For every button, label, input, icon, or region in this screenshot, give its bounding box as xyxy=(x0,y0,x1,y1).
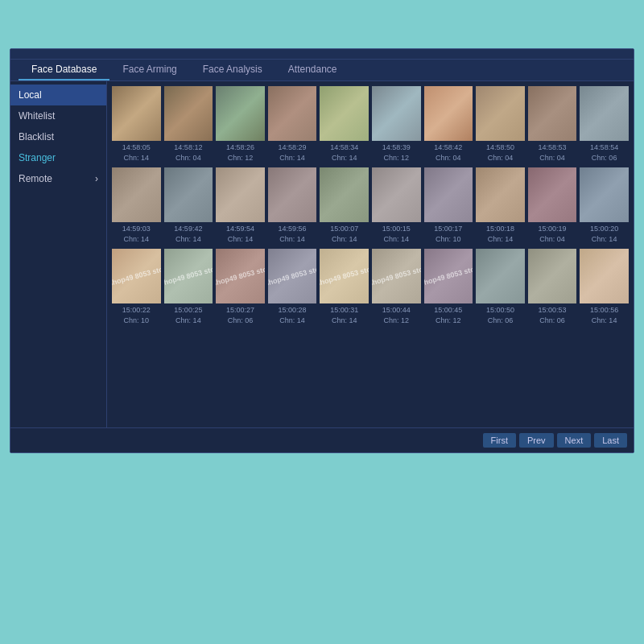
list-item[interactable]: 14:58:39Chn: 12 xyxy=(372,86,421,163)
face-thumbnail xyxy=(268,167,317,222)
grid-row: ©shop49 8053 store15:00:22Chn: 10©shop49… xyxy=(112,249,629,325)
face-thumbnail xyxy=(476,167,525,222)
cell-timestamp: 15:00:07Chn: 14 xyxy=(330,224,358,244)
cell-timestamp: 15:00:50Chn: 06 xyxy=(486,305,514,325)
cell-timestamp: 15:00:18Chn: 14 xyxy=(486,224,514,244)
page-wrapper: Face Database Face Arming Face Analysis … xyxy=(0,0,644,453)
list-item[interactable]: 14:59:03Chn: 14 xyxy=(112,167,161,244)
cell-timestamp: 14:59:56Chn: 14 xyxy=(279,224,307,244)
list-item[interactable]: 15:00:19Chn: 04 xyxy=(528,167,577,244)
list-item[interactable]: 15:00:50Chn: 06 xyxy=(476,249,525,325)
list-item[interactable]: ©shop49 8053 store15:00:22Chn: 10 xyxy=(112,249,161,325)
face-thumbnail: ©shop49 8053 store xyxy=(424,249,473,303)
watermark-text: ©shop49 8053 store xyxy=(112,264,161,290)
cell-timestamp: 15:00:45Chn: 12 xyxy=(434,305,462,325)
header-area xyxy=(0,0,644,34)
cell-timestamp: 14:58:26Chn: 12 xyxy=(226,142,254,163)
cell-timestamp: 14:58:42Chn: 04 xyxy=(434,142,462,163)
list-item[interactable]: 14:58:26Chn: 12 xyxy=(216,86,265,163)
list-item[interactable]: ©shop49 8053 store15:00:27Chn: 06 xyxy=(216,249,265,325)
list-item[interactable]: 14:59:56Chn: 14 xyxy=(268,167,317,244)
list-item[interactable]: 15:00:18Chn: 14 xyxy=(476,167,525,244)
cell-timestamp: 15:00:56Chn: 14 xyxy=(590,305,618,325)
cell-timestamp: 15:00:15Chn: 14 xyxy=(382,224,411,244)
list-item[interactable]: 15:00:20Chn: 14 xyxy=(580,167,629,244)
cell-timestamp: 15:00:22Chn: 10 xyxy=(122,305,151,325)
cell-timestamp: 14:58:53Chn: 04 xyxy=(539,142,567,163)
cell-timestamp: 14:58:29Chn: 14 xyxy=(279,142,307,163)
cell-timestamp: 15:00:19Chn: 04 xyxy=(539,224,567,244)
face-thumbnail xyxy=(424,86,473,141)
image-grid: 14:58:05Chn: 1414:58:12Chn: 0414:58:26Ch… xyxy=(107,81,634,427)
face-thumbnail: ©shop49 8053 store xyxy=(164,249,213,303)
prev-button[interactable]: Prev xyxy=(519,433,554,448)
tab-attendance[interactable]: Attendance xyxy=(275,60,350,80)
face-thumbnail: ©shop49 8053 store xyxy=(372,249,421,303)
face-thumbnail xyxy=(580,249,629,303)
face-thumbnail: ©shop49 8053 store xyxy=(112,249,161,303)
cell-timestamp: 15:00:28Chn: 14 xyxy=(279,305,307,325)
list-item[interactable]: ©shop49 8053 store15:00:44Chn: 12 xyxy=(372,249,421,325)
sidebar-item-local[interactable]: Local xyxy=(10,85,106,105)
list-item[interactable]: 14:59:42Chn: 14 xyxy=(164,167,213,244)
tab-face-arming[interactable]: Face Arming xyxy=(109,60,189,80)
watermark-text: ©shop49 8053 store xyxy=(164,264,213,290)
sidebar-item-blacklist[interactable]: Blacklist xyxy=(10,126,106,147)
face-thumbnail xyxy=(476,86,525,141)
list-item[interactable]: 15:00:56Chn: 14 xyxy=(580,249,629,325)
list-item[interactable]: 14:58:42Chn: 04 xyxy=(424,86,473,163)
grid-row: 14:59:03Chn: 1414:59:42Chn: 1414:59:54Ch… xyxy=(112,167,629,244)
list-item[interactable]: 15:00:07Chn: 14 xyxy=(320,167,369,244)
cell-timestamp: 15:00:25Chn: 14 xyxy=(174,305,202,325)
cell-timestamp: 14:58:50Chn: 04 xyxy=(486,142,514,163)
tab-face-database[interactable]: Face Database xyxy=(19,60,109,80)
next-button[interactable]: Next xyxy=(557,433,592,448)
panel-header xyxy=(10,49,634,60)
pagination-bar: First Prev Next Last xyxy=(10,427,634,452)
first-button[interactable]: First xyxy=(483,433,516,448)
tab-bar: Face Database Face Arming Face Analysis … xyxy=(10,60,634,81)
face-thumbnail xyxy=(424,167,473,222)
chevron-right-icon: › xyxy=(95,173,98,184)
cell-timestamp: 14:58:34Chn: 14 xyxy=(330,142,358,163)
list-item[interactable]: 14:58:53Chn: 04 xyxy=(528,86,577,163)
face-thumbnail xyxy=(164,167,213,222)
cell-timestamp: 15:00:20Chn: 14 xyxy=(590,224,618,244)
face-thumbnail xyxy=(164,86,213,141)
sidebar-item-remote[interactable]: Remote › xyxy=(10,168,106,189)
cell-timestamp: 14:59:54Chn: 14 xyxy=(226,224,254,244)
cell-timestamp: 14:58:39Chn: 12 xyxy=(382,142,411,163)
face-thumbnail xyxy=(320,167,369,222)
list-item[interactable]: 14:59:54Chn: 14 xyxy=(216,167,265,244)
list-item[interactable]: ©shop49 8053 store15:00:45Chn: 12 xyxy=(424,249,473,325)
sidebar-item-remote-label: Remote xyxy=(19,173,52,184)
tab-face-analysis[interactable]: Face Analysis xyxy=(190,60,275,80)
sidebar-item-stranger[interactable]: Stranger xyxy=(10,147,106,168)
watermark-text: ©shop49 8053 store xyxy=(372,264,421,290)
list-item[interactable]: 14:58:34Chn: 14 xyxy=(320,86,369,163)
list-item[interactable]: 14:58:12Chn: 04 xyxy=(164,86,213,163)
list-item[interactable]: ©shop49 8053 store15:00:28Chn: 14 xyxy=(268,249,317,325)
sidebar: Local Whitelist Blacklist Stranger Remot… xyxy=(10,81,107,427)
face-thumbnail xyxy=(528,167,577,222)
sidebar-item-whitelist[interactable]: Whitelist xyxy=(10,105,106,126)
cell-timestamp: 15:00:53Chn: 06 xyxy=(539,305,567,325)
face-thumbnail xyxy=(528,249,577,303)
list-item[interactable]: 14:58:05Chn: 14 xyxy=(112,86,161,163)
list-item[interactable]: 14:58:29Chn: 14 xyxy=(268,86,317,163)
face-thumbnail xyxy=(268,86,317,141)
list-item[interactable]: 14:58:50Chn: 04 xyxy=(476,86,525,163)
face-thumbnail xyxy=(528,86,577,141)
face-thumbnail xyxy=(112,167,161,222)
face-thumbnail: ©shop49 8053 store xyxy=(320,249,369,303)
list-item[interactable]: 14:58:54Chn: 06 xyxy=(580,86,629,163)
list-item[interactable]: 15:00:17Chn: 10 xyxy=(424,167,473,244)
list-item[interactable]: 15:00:53Chn: 06 xyxy=(528,249,577,325)
watermark-text: ©shop49 8053 store xyxy=(268,264,317,290)
list-item[interactable]: ©shop49 8053 store15:00:31Chn: 14 xyxy=(320,249,369,325)
last-button[interactable]: Last xyxy=(594,433,627,448)
list-item[interactable]: ©shop49 8053 store15:00:25Chn: 14 xyxy=(164,249,213,325)
cell-timestamp: 14:59:03Chn: 14 xyxy=(122,224,151,244)
list-item[interactable]: 15:00:15Chn: 14 xyxy=(372,167,421,244)
face-thumbnail: ©shop49 8053 store xyxy=(268,249,317,303)
